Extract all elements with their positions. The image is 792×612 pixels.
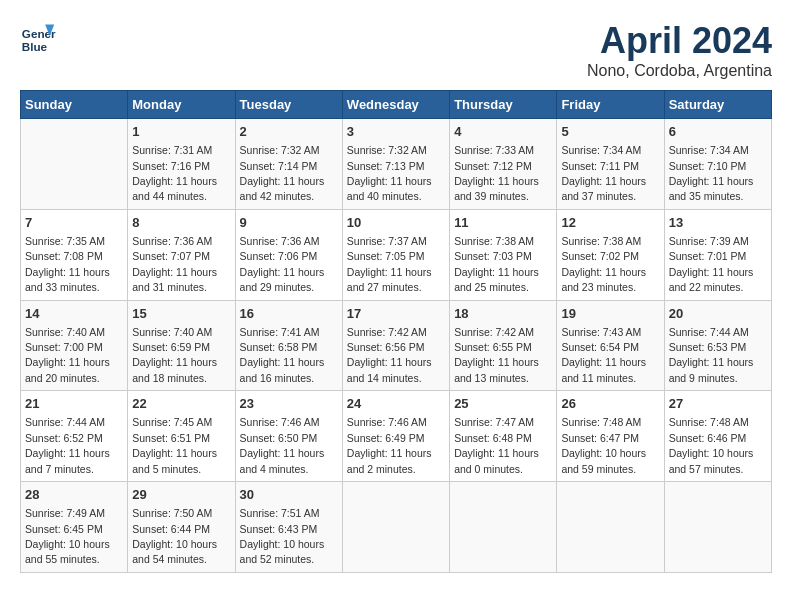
day-number: 6 [669, 123, 767, 141]
sunrise-info: Sunrise: 7:40 AM [132, 326, 212, 338]
day-number: 24 [347, 395, 445, 413]
daylight-info: Daylight: 11 hours and 44 minutes. [132, 175, 217, 202]
weekday-header-cell: Friday [557, 91, 664, 119]
daylight-info: Daylight: 11 hours and 13 minutes. [454, 356, 539, 383]
day-number: 3 [347, 123, 445, 141]
calendar-day-cell [21, 119, 128, 210]
sunset-info: Sunset: 7:10 PM [669, 160, 747, 172]
sunrise-info: Sunrise: 7:42 AM [347, 326, 427, 338]
logo: General Blue [20, 20, 56, 56]
day-number: 11 [454, 214, 552, 232]
calendar-day-cell: 8 Sunrise: 7:36 AM Sunset: 7:07 PM Dayli… [128, 209, 235, 300]
day-number: 10 [347, 214, 445, 232]
sunset-info: Sunset: 7:08 PM [25, 250, 103, 262]
sunset-info: Sunset: 7:16 PM [132, 160, 210, 172]
daylight-info: Daylight: 11 hours and 7 minutes. [25, 447, 110, 474]
sunrise-info: Sunrise: 7:33 AM [454, 144, 534, 156]
calendar-day-cell: 7 Sunrise: 7:35 AM Sunset: 7:08 PM Dayli… [21, 209, 128, 300]
calendar-day-cell: 27 Sunrise: 7:48 AM Sunset: 6:46 PM Dayl… [664, 391, 771, 482]
daylight-info: Daylight: 11 hours and 4 minutes. [240, 447, 325, 474]
sunset-info: Sunset: 7:05 PM [347, 250, 425, 262]
sunset-info: Sunset: 7:13 PM [347, 160, 425, 172]
sunset-info: Sunset: 6:46 PM [669, 432, 747, 444]
sunrise-info: Sunrise: 7:45 AM [132, 416, 212, 428]
daylight-info: Daylight: 11 hours and 27 minutes. [347, 266, 432, 293]
daylight-info: Daylight: 11 hours and 0 minutes. [454, 447, 539, 474]
day-number: 28 [25, 486, 123, 504]
sunrise-info: Sunrise: 7:38 AM [561, 235, 641, 247]
sunset-info: Sunset: 7:11 PM [561, 160, 639, 172]
daylight-info: Daylight: 11 hours and 40 minutes. [347, 175, 432, 202]
sunrise-info: Sunrise: 7:44 AM [669, 326, 749, 338]
page-header: General Blue April 2024 Nono, Cordoba, A… [20, 20, 772, 80]
weekday-header-row: SundayMondayTuesdayWednesdayThursdayFrid… [21, 91, 772, 119]
calendar-week-row: 28 Sunrise: 7:49 AM Sunset: 6:45 PM Dayl… [21, 482, 772, 573]
sunset-info: Sunset: 6:55 PM [454, 341, 532, 353]
daylight-info: Daylight: 11 hours and 35 minutes. [669, 175, 754, 202]
calendar-week-row: 14 Sunrise: 7:40 AM Sunset: 7:00 PM Dayl… [21, 300, 772, 391]
sunrise-info: Sunrise: 7:42 AM [454, 326, 534, 338]
daylight-info: Daylight: 11 hours and 42 minutes. [240, 175, 325, 202]
sunset-info: Sunset: 6:52 PM [25, 432, 103, 444]
sunrise-info: Sunrise: 7:40 AM [25, 326, 105, 338]
sunrise-info: Sunrise: 7:36 AM [240, 235, 320, 247]
day-number: 14 [25, 305, 123, 323]
sunset-info: Sunset: 6:58 PM [240, 341, 318, 353]
day-number: 4 [454, 123, 552, 141]
calendar-day-cell: 17 Sunrise: 7:42 AM Sunset: 6:56 PM Dayl… [342, 300, 449, 391]
calendar-day-cell: 6 Sunrise: 7:34 AM Sunset: 7:10 PM Dayli… [664, 119, 771, 210]
calendar-day-cell: 18 Sunrise: 7:42 AM Sunset: 6:55 PM Dayl… [450, 300, 557, 391]
calendar-table: SundayMondayTuesdayWednesdayThursdayFrid… [20, 90, 772, 573]
calendar-body: 1 Sunrise: 7:31 AM Sunset: 7:16 PM Dayli… [21, 119, 772, 573]
calendar-day-cell: 10 Sunrise: 7:37 AM Sunset: 7:05 PM Dayl… [342, 209, 449, 300]
daylight-info: Daylight: 11 hours and 18 minutes. [132, 356, 217, 383]
sunset-info: Sunset: 6:59 PM [132, 341, 210, 353]
calendar-day-cell: 4 Sunrise: 7:33 AM Sunset: 7:12 PM Dayli… [450, 119, 557, 210]
day-number: 12 [561, 214, 659, 232]
sunrise-info: Sunrise: 7:31 AM [132, 144, 212, 156]
title-area: April 2024 Nono, Cordoba, Argentina [587, 20, 772, 80]
sunrise-info: Sunrise: 7:34 AM [561, 144, 641, 156]
calendar-day-cell: 9 Sunrise: 7:36 AM Sunset: 7:06 PM Dayli… [235, 209, 342, 300]
calendar-day-cell: 23 Sunrise: 7:46 AM Sunset: 6:50 PM Dayl… [235, 391, 342, 482]
calendar-day-cell: 29 Sunrise: 7:50 AM Sunset: 6:44 PM Dayl… [128, 482, 235, 573]
sunset-info: Sunset: 6:48 PM [454, 432, 532, 444]
daylight-info: Daylight: 10 hours and 54 minutes. [132, 538, 217, 565]
day-number: 30 [240, 486, 338, 504]
sunset-info: Sunset: 6:47 PM [561, 432, 639, 444]
sunrise-info: Sunrise: 7:36 AM [132, 235, 212, 247]
day-number: 29 [132, 486, 230, 504]
daylight-info: Daylight: 11 hours and 20 minutes. [25, 356, 110, 383]
weekday-header-cell: Thursday [450, 91, 557, 119]
calendar-day-cell: 12 Sunrise: 7:38 AM Sunset: 7:02 PM Dayl… [557, 209, 664, 300]
day-number: 26 [561, 395, 659, 413]
sunrise-info: Sunrise: 7:43 AM [561, 326, 641, 338]
calendar-day-cell [664, 482, 771, 573]
sunset-info: Sunset: 6:44 PM [132, 523, 210, 535]
sunset-info: Sunset: 7:02 PM [561, 250, 639, 262]
calendar-week-row: 1 Sunrise: 7:31 AM Sunset: 7:16 PM Dayli… [21, 119, 772, 210]
sunset-info: Sunset: 7:12 PM [454, 160, 532, 172]
sunrise-info: Sunrise: 7:37 AM [347, 235, 427, 247]
calendar-day-cell: 16 Sunrise: 7:41 AM Sunset: 6:58 PM Dayl… [235, 300, 342, 391]
month-title: April 2024 [587, 20, 772, 62]
day-number: 27 [669, 395, 767, 413]
sunrise-info: Sunrise: 7:35 AM [25, 235, 105, 247]
daylight-info: Daylight: 11 hours and 23 minutes. [561, 266, 646, 293]
calendar-day-cell: 11 Sunrise: 7:38 AM Sunset: 7:03 PM Dayl… [450, 209, 557, 300]
day-number: 5 [561, 123, 659, 141]
sunrise-info: Sunrise: 7:51 AM [240, 507, 320, 519]
daylight-info: Daylight: 10 hours and 59 minutes. [561, 447, 646, 474]
sunrise-info: Sunrise: 7:50 AM [132, 507, 212, 519]
calendar-week-row: 21 Sunrise: 7:44 AM Sunset: 6:52 PM Dayl… [21, 391, 772, 482]
calendar-day-cell: 15 Sunrise: 7:40 AM Sunset: 6:59 PM Dayl… [128, 300, 235, 391]
calendar-day-cell: 2 Sunrise: 7:32 AM Sunset: 7:14 PM Dayli… [235, 119, 342, 210]
day-number: 23 [240, 395, 338, 413]
day-number: 7 [25, 214, 123, 232]
sunset-info: Sunset: 6:45 PM [25, 523, 103, 535]
weekday-header-cell: Sunday [21, 91, 128, 119]
sunrise-info: Sunrise: 7:46 AM [240, 416, 320, 428]
day-number: 21 [25, 395, 123, 413]
calendar-day-cell: 24 Sunrise: 7:46 AM Sunset: 6:49 PM Dayl… [342, 391, 449, 482]
day-number: 2 [240, 123, 338, 141]
